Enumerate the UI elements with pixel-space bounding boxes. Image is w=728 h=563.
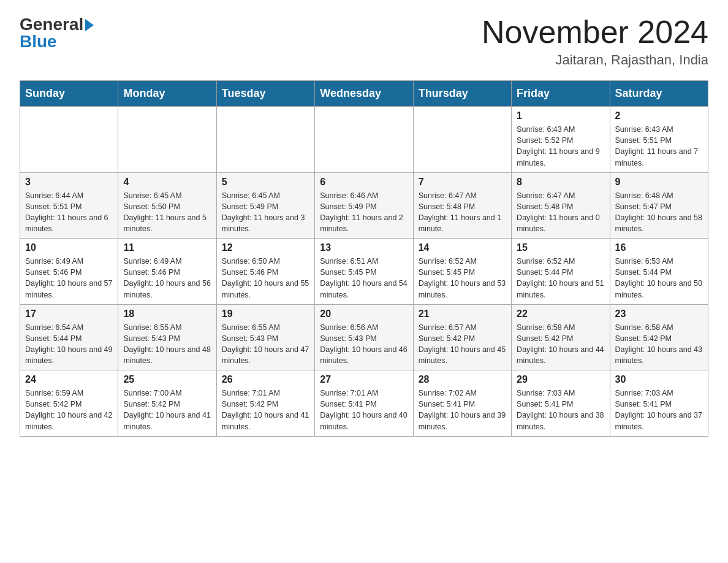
day-info: Sunrise: 6:54 AM Sunset: 5:44 PM Dayligh…	[25, 322, 113, 367]
day-info: Sunrise: 7:03 AM Sunset: 5:41 PM Dayligh…	[615, 388, 703, 432]
day-info: Sunrise: 6:55 AM Sunset: 5:43 PM Dayligh…	[222, 322, 309, 367]
day-cell: 9Sunrise: 6:48 AM Sunset: 5:47 PM Daylig…	[610, 172, 708, 239]
day-number: 24	[25, 374, 113, 385]
header-day-friday: Friday	[512, 81, 610, 107]
day-number: 4	[123, 177, 211, 188]
day-number: 5	[222, 177, 309, 188]
day-number: 30	[615, 374, 703, 385]
day-info: Sunrise: 6:50 AM Sunset: 5:46 PM Dayligh…	[222, 256, 309, 301]
day-cell: 28Sunrise: 7:02 AM Sunset: 5:41 PM Dayli…	[413, 370, 511, 437]
day-number: 7	[419, 177, 506, 188]
day-cell: 17Sunrise: 6:54 AM Sunset: 5:44 PM Dayli…	[20, 304, 118, 370]
day-cell: 8Sunrise: 6:47 AM Sunset: 5:48 PM Daylig…	[512, 172, 610, 239]
day-info: Sunrise: 6:57 AM Sunset: 5:42 PM Dayligh…	[419, 322, 506, 367]
week-row-4: 17Sunrise: 6:54 AM Sunset: 5:44 PM Dayli…	[20, 304, 708, 370]
header-day-sunday: Sunday	[20, 81, 118, 107]
header-row: SundayMondayTuesdayWednesdayThursdayFrid…	[20, 81, 708, 107]
calendar-table: SundayMondayTuesdayWednesdayThursdayFrid…	[20, 80, 708, 437]
day-number: 8	[517, 177, 604, 188]
day-number: 28	[419, 374, 506, 385]
day-info: Sunrise: 6:43 AM Sunset: 5:52 PM Dayligh…	[517, 124, 604, 169]
day-number: 19	[222, 308, 309, 320]
day-info: Sunrise: 6:47 AM Sunset: 5:48 PM Dayligh…	[517, 190, 604, 235]
day-number: 6	[320, 177, 408, 188]
day-number: 26	[222, 374, 309, 385]
day-cell: 18Sunrise: 6:55 AM Sunset: 5:43 PM Dayli…	[118, 304, 216, 370]
day-number: 17	[25, 308, 113, 320]
day-number: 12	[222, 242, 309, 253]
day-cell: 7Sunrise: 6:47 AM Sunset: 5:48 PM Daylig…	[413, 172, 511, 239]
day-info: Sunrise: 6:49 AM Sunset: 5:46 PM Dayligh…	[123, 256, 211, 301]
day-cell: 22Sunrise: 6:58 AM Sunset: 5:42 PM Dayli…	[512, 304, 610, 370]
day-cell: 27Sunrise: 7:01 AM Sunset: 5:41 PM Dayli…	[315, 370, 413, 437]
day-info: Sunrise: 7:01 AM Sunset: 5:42 PM Dayligh…	[222, 388, 309, 432]
logo-arrow-icon	[85, 19, 94, 31]
day-info: Sunrise: 6:55 AM Sunset: 5:43 PM Dayligh…	[123, 322, 211, 367]
week-row-5: 24Sunrise: 6:59 AM Sunset: 5:42 PM Dayli…	[20, 370, 708, 437]
day-info: Sunrise: 6:48 AM Sunset: 5:47 PM Dayligh…	[615, 190, 703, 235]
day-cell	[20, 107, 118, 173]
day-number: 14	[419, 242, 506, 253]
day-info: Sunrise: 6:53 AM Sunset: 5:44 PM Dayligh…	[615, 256, 703, 301]
day-info: Sunrise: 6:58 AM Sunset: 5:42 PM Dayligh…	[517, 322, 604, 367]
day-cell: 3Sunrise: 6:44 AM Sunset: 5:51 PM Daylig…	[20, 172, 118, 239]
header-day-tuesday: Tuesday	[216, 81, 314, 107]
day-number: 10	[25, 242, 113, 253]
day-cell	[118, 107, 216, 173]
day-info: Sunrise: 6:59 AM Sunset: 5:42 PM Dayligh…	[25, 388, 113, 432]
day-cell: 21Sunrise: 6:57 AM Sunset: 5:42 PM Dayli…	[413, 304, 511, 370]
day-cell: 1Sunrise: 6:43 AM Sunset: 5:52 PM Daylig…	[512, 107, 610, 173]
day-info: Sunrise: 6:58 AM Sunset: 5:42 PM Dayligh…	[615, 322, 703, 367]
day-cell: 14Sunrise: 6:52 AM Sunset: 5:45 PM Dayli…	[413, 239, 511, 305]
day-info: Sunrise: 6:52 AM Sunset: 5:45 PM Dayligh…	[419, 256, 506, 301]
day-cell: 13Sunrise: 6:51 AM Sunset: 5:45 PM Dayli…	[315, 239, 413, 305]
day-number: 11	[123, 242, 211, 253]
header-day-monday: Monday	[118, 81, 216, 107]
day-info: Sunrise: 6:45 AM Sunset: 5:49 PM Dayligh…	[222, 190, 309, 235]
day-info: Sunrise: 7:00 AM Sunset: 5:42 PM Dayligh…	[123, 388, 211, 432]
day-number: 16	[615, 242, 703, 253]
day-cell: 16Sunrise: 6:53 AM Sunset: 5:44 PM Dayli…	[610, 239, 708, 305]
day-info: Sunrise: 6:49 AM Sunset: 5:46 PM Dayligh…	[25, 256, 113, 301]
day-cell: 11Sunrise: 6:49 AM Sunset: 5:46 PM Dayli…	[118, 239, 216, 305]
day-info: Sunrise: 6:44 AM Sunset: 5:51 PM Dayligh…	[25, 190, 113, 235]
day-cell: 12Sunrise: 6:50 AM Sunset: 5:46 PM Dayli…	[216, 239, 314, 305]
day-cell: 2Sunrise: 6:43 AM Sunset: 5:51 PM Daylig…	[610, 107, 708, 173]
day-info: Sunrise: 7:03 AM Sunset: 5:41 PM Dayligh…	[517, 388, 604, 432]
calendar-title: November 2024	[482, 15, 708, 50]
day-number: 1	[517, 110, 604, 121]
day-number: 3	[25, 177, 113, 188]
header: General Blue November 2024 Jaitaran, Raj…	[20, 15, 708, 68]
day-cell: 30Sunrise: 7:03 AM Sunset: 5:41 PM Dayli…	[610, 370, 708, 437]
day-cell: 26Sunrise: 7:01 AM Sunset: 5:42 PM Dayli…	[216, 370, 314, 437]
day-cell: 23Sunrise: 6:58 AM Sunset: 5:42 PM Dayli…	[610, 304, 708, 370]
day-cell	[315, 107, 413, 173]
day-cell: 15Sunrise: 6:52 AM Sunset: 5:44 PM Dayli…	[512, 239, 610, 305]
day-number: 20	[320, 308, 408, 320]
day-cell	[413, 107, 511, 173]
day-number: 18	[123, 308, 211, 320]
day-cell: 25Sunrise: 7:00 AM Sunset: 5:42 PM Dayli…	[118, 370, 216, 437]
logo: General Blue	[20, 15, 94, 52]
week-row-1: 1Sunrise: 6:43 AM Sunset: 5:52 PM Daylig…	[20, 107, 708, 173]
day-cell: 5Sunrise: 6:45 AM Sunset: 5:49 PM Daylig…	[216, 172, 314, 239]
header-day-thursday: Thursday	[413, 81, 511, 107]
day-info: Sunrise: 6:51 AM Sunset: 5:45 PM Dayligh…	[320, 256, 408, 301]
calendar-subtitle: Jaitaran, Rajasthan, India	[482, 52, 708, 68]
week-row-3: 10Sunrise: 6:49 AM Sunset: 5:46 PM Dayli…	[20, 239, 708, 305]
day-cell: 24Sunrise: 6:59 AM Sunset: 5:42 PM Dayli…	[20, 370, 118, 437]
day-info: Sunrise: 6:45 AM Sunset: 5:50 PM Dayligh…	[123, 190, 211, 235]
day-number: 27	[320, 374, 408, 385]
day-number: 23	[615, 308, 703, 320]
day-info: Sunrise: 6:43 AM Sunset: 5:51 PM Dayligh…	[615, 124, 703, 169]
header-day-saturday: Saturday	[610, 81, 708, 107]
day-info: Sunrise: 6:46 AM Sunset: 5:49 PM Dayligh…	[320, 190, 408, 235]
day-number: 2	[615, 110, 703, 121]
logo-blue: Blue	[20, 32, 57, 52]
day-number: 21	[419, 308, 506, 320]
day-info: Sunrise: 6:56 AM Sunset: 5:43 PM Dayligh…	[320, 322, 408, 367]
day-cell: 6Sunrise: 6:46 AM Sunset: 5:49 PM Daylig…	[315, 172, 413, 239]
day-number: 22	[517, 308, 604, 320]
day-cell	[216, 107, 314, 173]
day-number: 25	[123, 374, 211, 385]
